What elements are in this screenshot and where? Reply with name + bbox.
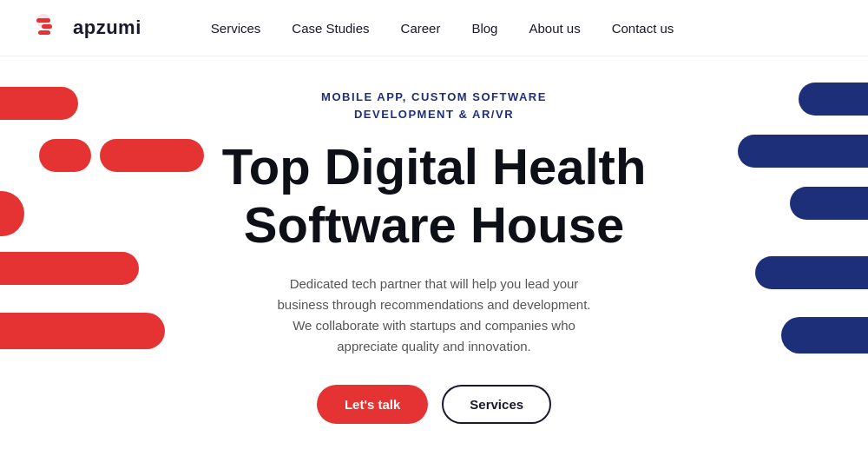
logo-icon: [35, 12, 66, 43]
hero-description: Dedicated tech partner that will help yo…: [269, 274, 599, 357]
services-button[interactable]: Services: [442, 385, 551, 424]
svg-rect-1: [36, 18, 50, 23]
right-pill-2: [738, 135, 868, 168]
hero-subtitle: MOBILE APP, CUSTOM SOFTWARE DEVELOPMENT …: [321, 89, 547, 122]
left-pill-4: [0, 191, 24, 236]
nav-about[interactable]: About us: [529, 21, 580, 36]
decorative-shapes-right: [694, 56, 868, 456]
left-pill-2: [39, 139, 91, 172]
logo-text: apzumi: [73, 17, 141, 39]
nav: Services Case Studies Career Blog About …: [211, 21, 674, 36]
logo[interactable]: apzumi: [35, 12, 141, 43]
right-pill-5: [755, 256, 868, 289]
right-pill-1: [799, 83, 868, 116]
nav-contact[interactable]: Contact us: [612, 21, 674, 36]
svg-rect-2: [42, 24, 52, 29]
left-pill-3: [100, 139, 204, 172]
decorative-shapes-left: [0, 56, 191, 456]
lets-talk-button[interactable]: Let's talk: [317, 385, 428, 424]
hero-cta-group: Let's talk Services: [317, 385, 551, 424]
left-pill-5: [0, 252, 139, 285]
right-pill-6: [781, 317, 868, 354]
svg-rect-3: [38, 30, 50, 35]
hero-section: MOBILE APP, CUSTOM SOFTWARE DEVELOPMENT …: [0, 56, 868, 456]
left-pill-6: [0, 313, 165, 349]
nav-career[interactable]: Career: [401, 21, 441, 36]
nav-case-studies[interactable]: Case Studies: [292, 21, 369, 36]
left-pill-1: [0, 87, 78, 120]
nav-blog[interactable]: Blog: [471, 21, 497, 36]
header: apzumi Services Case Studies Career Blog…: [0, 0, 868, 56]
right-pill-3: [790, 187, 868, 220]
nav-services[interactable]: Services: [211, 21, 261, 36]
hero-title: Top Digital Health Software House: [222, 138, 647, 254]
